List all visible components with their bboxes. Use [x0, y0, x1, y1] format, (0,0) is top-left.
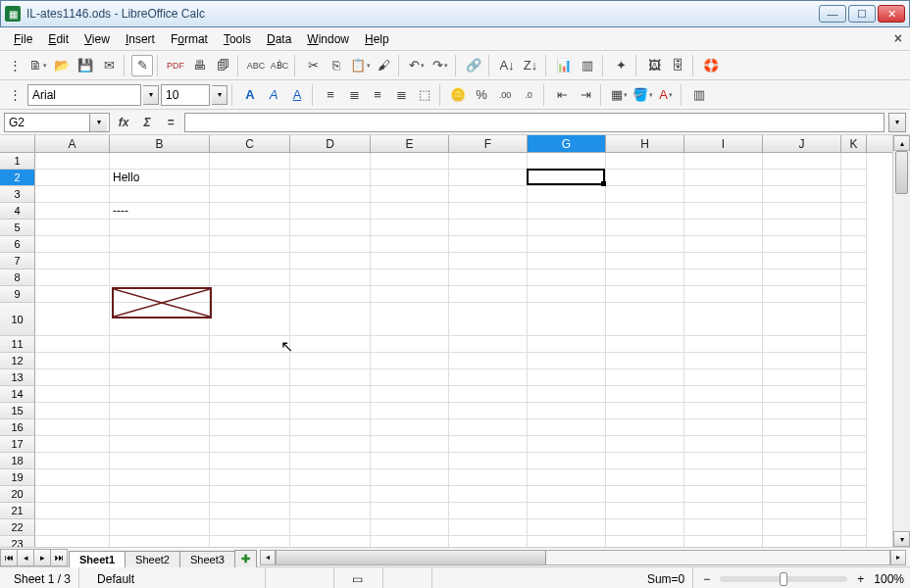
cell-A11[interactable] [35, 336, 110, 353]
cell-B1[interactable] [110, 153, 210, 170]
cell-E20[interactable] [371, 486, 449, 503]
zoom-value[interactable]: 100% [874, 572, 904, 586]
menu-file[interactable]: File [6, 30, 40, 48]
cell-G8[interactable] [528, 270, 606, 286]
merge-cells-button[interactable]: ⬚ [414, 84, 435, 106]
cell-H13[interactable] [606, 369, 684, 386]
cell-D7[interactable] [290, 253, 371, 270]
cell-A4[interactable] [35, 203, 110, 220]
cell-F21[interactable] [449, 503, 528, 519]
cell-J12[interactable] [763, 353, 841, 369]
menu-help[interactable]: Help [357, 30, 397, 48]
cell-J2[interactable] [763, 170, 841, 186]
spellcheck-button[interactable]: ABC [245, 55, 267, 76]
cell-I12[interactable] [684, 353, 763, 369]
cell-B16[interactable] [110, 419, 210, 436]
cell-K19[interactable] [841, 469, 867, 486]
cell-F3[interactable] [449, 186, 528, 203]
cell-I3[interactable] [684, 186, 763, 203]
cell-E17[interactable] [371, 436, 449, 453]
cell-C18[interactable] [210, 453, 290, 469]
cell-D20[interactable] [290, 486, 371, 503]
cell-J16[interactable] [763, 419, 841, 436]
cell-H9[interactable] [606, 286, 684, 303]
cell-G16[interactable] [528, 419, 606, 436]
name-box-dropdown[interactable]: ▾ [89, 114, 107, 131]
cell-B22[interactable] [110, 519, 210, 536]
column-header-B[interactable]: B [110, 135, 210, 152]
cell-K2[interactable] [841, 170, 867, 186]
row-header-11[interactable]: 11 [0, 336, 35, 353]
cell-B11[interactable] [110, 336, 210, 353]
cell-F6[interactable] [449, 236, 528, 253]
cell-D6[interactable] [290, 236, 371, 253]
equals-button[interactable]: = [161, 113, 180, 132]
datasources-button[interactable]: 🗄 [667, 55, 688, 76]
cell-K4[interactable] [841, 203, 867, 220]
cell-C16[interactable] [210, 419, 290, 436]
cell-I17[interactable] [684, 436, 763, 453]
cell-H16[interactable] [606, 419, 684, 436]
remove-decimal-button[interactable]: .0 [518, 84, 539, 106]
row-header-2[interactable]: 2 [0, 170, 35, 186]
cell-D3[interactable] [290, 186, 371, 203]
column-header-A[interactable]: A [35, 135, 110, 152]
hyperlink-button[interactable]: 🔗 [463, 55, 484, 76]
align-justify-button[interactable]: ≣ [390, 84, 412, 106]
cell-A16[interactable] [35, 419, 110, 436]
cell-K21[interactable] [841, 503, 867, 519]
cell-J17[interactable] [763, 436, 841, 453]
italic-button[interactable]: A [263, 84, 284, 106]
cell-H20[interactable] [606, 486, 684, 503]
cell-E15[interactable] [371, 403, 449, 419]
cell-D11[interactable] [290, 336, 371, 353]
row-header-1[interactable]: 1 [0, 153, 35, 170]
cell-I8[interactable] [684, 270, 763, 286]
tab-last-button[interactable]: ⏭ [50, 549, 68, 566]
row-header-17[interactable]: 17 [0, 436, 35, 453]
status-selection-mode[interactable]: ▭ [344, 567, 383, 588]
cell-B20[interactable] [110, 486, 210, 503]
cell-K18[interactable] [841, 453, 867, 469]
cell-J1[interactable] [763, 153, 841, 170]
cell-J4[interactable] [763, 203, 841, 220]
cell-F15[interactable] [449, 403, 528, 419]
cell-J15[interactable] [763, 403, 841, 419]
align-right-button[interactable]: ≡ [367, 84, 388, 106]
new-button[interactable]: 🗎▾ [27, 55, 49, 76]
cell-J23[interactable] [763, 536, 841, 547]
cell-B21[interactable] [110, 503, 210, 519]
cell-E13[interactable] [371, 369, 449, 386]
cell-E21[interactable] [371, 503, 449, 519]
cell-H6[interactable] [606, 236, 684, 253]
row-header-18[interactable]: 18 [0, 453, 35, 469]
sort-asc-button[interactable]: A↓ [496, 55, 518, 76]
help-button[interactable]: 🛟 [700, 55, 722, 76]
open-button[interactable]: 📂 [51, 55, 73, 76]
cell-F2[interactable] [449, 170, 528, 186]
tab-prev-button[interactable]: ◂ [17, 549, 34, 566]
window-minimize-button[interactable]: — [819, 5, 846, 23]
cell-F10[interactable] [449, 303, 528, 336]
row-header-19[interactable]: 19 [0, 469, 35, 486]
row-header-21[interactable]: 21 [0, 503, 35, 519]
window-close-button[interactable]: ✕ [878, 5, 905, 23]
row-header-16[interactable]: 16 [0, 419, 35, 436]
cell-A22[interactable] [35, 519, 110, 536]
cell-D15[interactable] [290, 403, 371, 419]
cell-K9[interactable] [841, 286, 867, 303]
cell-J13[interactable] [763, 369, 841, 386]
cell-A13[interactable] [35, 369, 110, 386]
cell-J19[interactable] [763, 469, 841, 486]
cell-H4[interactable] [606, 203, 684, 220]
cell-D14[interactable] [290, 386, 371, 403]
cell-G1[interactable] [528, 153, 606, 170]
function-wizard-button[interactable]: fx [114, 113, 133, 132]
cell-K7[interactable] [841, 253, 867, 270]
cell-A10[interactable] [35, 303, 110, 336]
cell-E2[interactable] [371, 170, 449, 186]
cell-I2[interactable] [684, 170, 763, 186]
cell-C22[interactable] [210, 519, 290, 536]
handle-icon[interactable]: ⋮ [4, 55, 25, 76]
cell-J11[interactable] [763, 336, 841, 353]
